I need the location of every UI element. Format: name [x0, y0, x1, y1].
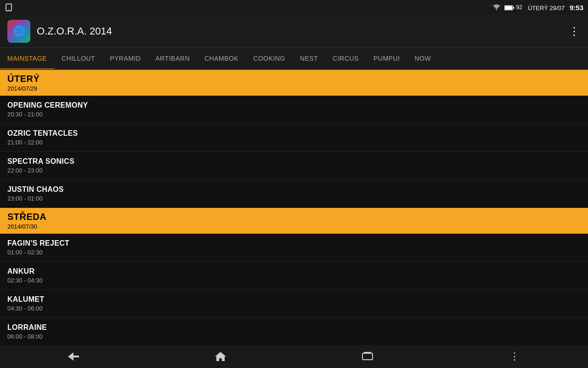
battery-indicator: 92	[504, 4, 522, 11]
wifi-icon	[492, 4, 501, 11]
status-bar: 92 ÚTERÝ 29/07 9:53	[0, 0, 588, 15]
app-bar-left: 🌐 O.Z.O.R.A. 2014	[7, 20, 112, 43]
event-name: ANKUR	[7, 267, 581, 276]
event-name: JUSTIN CHAOS	[7, 185, 581, 194]
tab-pumpui[interactable]: PUMPUI	[366, 48, 407, 70]
event-row[interactable]: SPECTRA SONICS22:00 - 23:00	[0, 152, 588, 180]
event-time: 02:30 - 04:30	[7, 277, 581, 284]
battery-icon	[504, 5, 514, 11]
event-time: 23:00 - 01:00	[7, 195, 581, 202]
event-row[interactable]: FAGIN'S REJECT01:00 - 02:30	[0, 234, 588, 262]
event-row[interactable]: KALUMET04:30 - 06:00	[0, 290, 588, 318]
tab-nest[interactable]: NEST	[293, 48, 325, 70]
event-time: 20:30 - 21:00	[7, 111, 581, 118]
bottom-nav: ⋮	[0, 345, 588, 368]
day-header-1: STŘEDA2014/07/30	[0, 208, 588, 234]
svg-rect-5	[505, 6, 512, 10]
bottom-overflow-button[interactable]: ⋮	[501, 347, 528, 366]
status-bar-right: 92 ÚTERÝ 29/07 9:53	[492, 4, 583, 12]
event-time: 04:30 - 06:00	[7, 305, 581, 312]
svg-rect-10	[364, 352, 371, 353]
event-name: FAGIN'S REJECT	[7, 239, 581, 247]
event-time: 01:00 - 02:30	[7, 249, 581, 256]
event-row[interactable]: LORRAINE06:00 - 08:00	[0, 318, 588, 345]
svg-rect-7	[72, 356, 79, 357]
event-row[interactable]: JUSTIN CHAOS23:00 - 01:00	[0, 180, 588, 208]
app-title: O.Z.O.R.A. 2014	[37, 25, 112, 37]
svg-rect-4	[513, 7, 514, 9]
event-row[interactable]: OZRIC TENTACLES21:00 - 22:00	[0, 124, 588, 152]
day-name: ÚTERÝ	[7, 74, 581, 84]
overflow-menu-button[interactable]: ⋮	[569, 25, 581, 38]
back-button[interactable]	[60, 347, 87, 366]
event-row[interactable]: OPENING CEREMONY20:30 - 21:00	[0, 96, 588, 124]
schedule-content: ÚTERÝ2014/07/29OPENING CEREMONY20:30 - 2…	[0, 70, 588, 345]
event-name: LORRAINE	[7, 323, 581, 332]
status-bar-left	[5, 3, 13, 12]
event-name: OZRIC TENTACLES	[7, 129, 581, 138]
event-row[interactable]: ANKUR02:30 - 04:30	[0, 262, 588, 290]
tab-bar: MAINSTAGECHILLOUTPYRAMIDARTIBARNCHAMBOKC…	[0, 48, 588, 70]
day-header-0: ÚTERÝ2014/07/29	[0, 70, 588, 96]
tablet-icon	[5, 3, 13, 12]
app-logo: 🌐	[7, 20, 30, 43]
tab-chambok[interactable]: CHAMBOK	[197, 48, 246, 70]
recents-button[interactable]	[354, 347, 381, 366]
event-name: KALUMET	[7, 295, 581, 304]
event-time: 06:00 - 08:00	[7, 333, 581, 340]
tab-mainstage[interactable]: MAINSTAGE	[0, 48, 54, 70]
app-bar: 🌐 O.Z.O.R.A. 2014 ⋮	[0, 15, 588, 48]
svg-marker-8	[215, 352, 226, 361]
event-name: SPECTRA SONICS	[7, 157, 581, 166]
home-button[interactable]	[207, 347, 234, 366]
svg-rect-9	[362, 353, 373, 360]
event-time: 22:00 - 23:00	[7, 167, 581, 174]
day-name: STŘEDA	[7, 212, 581, 222]
day-date: 2014/07/29	[7, 85, 581, 92]
event-name: OPENING CEREMONY	[7, 101, 581, 109]
svg-point-1	[8, 9, 9, 10]
event-time: 21:00 - 22:00	[7, 139, 581, 146]
day-date: 2014/07/30	[7, 223, 581, 230]
tab-circus[interactable]: CIRCUS	[325, 48, 366, 70]
tab-now[interactable]: NOW	[407, 48, 438, 70]
tab-cooking[interactable]: COOKING	[246, 48, 293, 70]
tab-pyramid[interactable]: PYRAMID	[102, 48, 148, 70]
tab-artibarn[interactable]: ARTIBARN	[148, 48, 197, 70]
tab-chillout[interactable]: CHILLOUT	[54, 48, 102, 70]
status-datetime: ÚTERÝ 29/07 9:53	[528, 4, 583, 12]
svg-point-2	[496, 9, 497, 10]
